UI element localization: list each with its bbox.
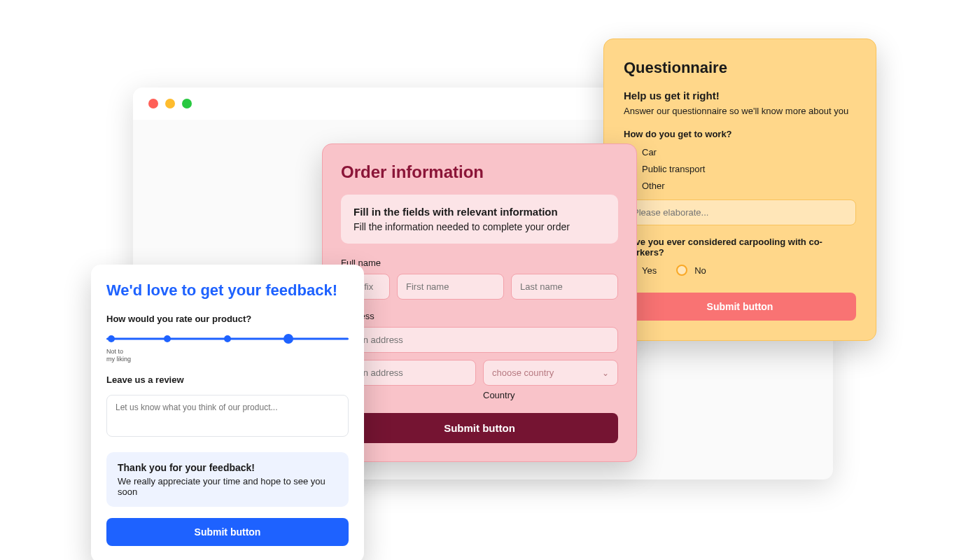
- country-sublabel: Country: [483, 390, 618, 400]
- slider-tick: [108, 335, 115, 342]
- order-info-sub: Fill the information needed to complete …: [354, 221, 606, 232]
- questionnaire-title: Questionnaire: [624, 59, 856, 77]
- order-title: Order information: [341, 162, 618, 182]
- country-select[interactable]: choose country ⌄: [483, 360, 618, 386]
- rating-slider[interactable]: [106, 334, 349, 344]
- window-maximize-icon[interactable]: [182, 99, 192, 108]
- slider-tick: [224, 335, 231, 342]
- radio-option-car[interactable]: Car: [624, 146, 856, 158]
- order-submit-button[interactable]: Submit button: [341, 413, 618, 443]
- questionnaire-card: Questionnaire Help us get it right! Answ…: [603, 38, 876, 341]
- country-select-value: choose country: [492, 368, 554, 378]
- thankyou-heading: Thank you for your feedback!: [118, 462, 337, 473]
- radio-label: Yes: [642, 265, 657, 276]
- radio-label: Car: [642, 147, 657, 158]
- fullname-label: Full name: [341, 258, 618, 268]
- feedback-card: We'd love to get your feedback! How woul…: [91, 265, 364, 560]
- radio-icon: [676, 265, 687, 276]
- order-card: Order information Fill in the fields wit…: [322, 144, 637, 462]
- order-info-box: Fill in the fields with relevant informa…: [341, 195, 618, 244]
- radio-label: Other: [642, 181, 665, 191]
- address-label: Address: [341, 311, 618, 321]
- radio-option-public-transport[interactable]: Public transport: [624, 163, 856, 174]
- feedback-submit-button[interactable]: Submit button: [106, 518, 349, 546]
- window-minimize-icon[interactable]: [165, 99, 175, 108]
- review-textarea[interactable]: [106, 395, 349, 437]
- last-name-input[interactable]: [511, 274, 618, 300]
- radio-option-no[interactable]: No: [676, 265, 706, 276]
- question-1-label: How do you get to work?: [624, 129, 856, 139]
- address-line1-input[interactable]: [341, 327, 618, 353]
- radio-label: Public transport: [642, 164, 705, 174]
- questionnaire-subtitle: Help us get it right!: [624, 90, 856, 102]
- first-name-input[interactable]: [397, 274, 504, 300]
- radio-option-other[interactable]: Other: [624, 180, 856, 191]
- thankyou-sub: We really appreciate your time and hope …: [118, 476, 337, 497]
- chevron-down-icon: ⌄: [602, 368, 609, 378]
- feedback-title: We'd love to get your feedback!: [106, 281, 349, 300]
- elaborate-input[interactable]: [624, 200, 856, 225]
- radio-label: No: [694, 265, 706, 276]
- slider-min-label: Not to my liking: [106, 348, 349, 363]
- thankyou-box: Thank you for your feedback! We really a…: [106, 452, 349, 507]
- question-2-label: Have you ever considered carpooling with…: [624, 237, 856, 258]
- review-label: Leave us a review: [106, 374, 349, 385]
- window-close-icon[interactable]: [148, 99, 158, 108]
- questionnaire-description: Answer our questionnaire so we'll know m…: [624, 106, 856, 116]
- order-info-heading: Fill in the fields with relevant informa…: [354, 206, 606, 218]
- rate-label: How would you rate our product?: [106, 314, 349, 324]
- slider-tick: [164, 335, 171, 342]
- slider-handle[interactable]: [284, 334, 293, 344]
- questionnaire-submit-button[interactable]: Submit button: [624, 293, 856, 321]
